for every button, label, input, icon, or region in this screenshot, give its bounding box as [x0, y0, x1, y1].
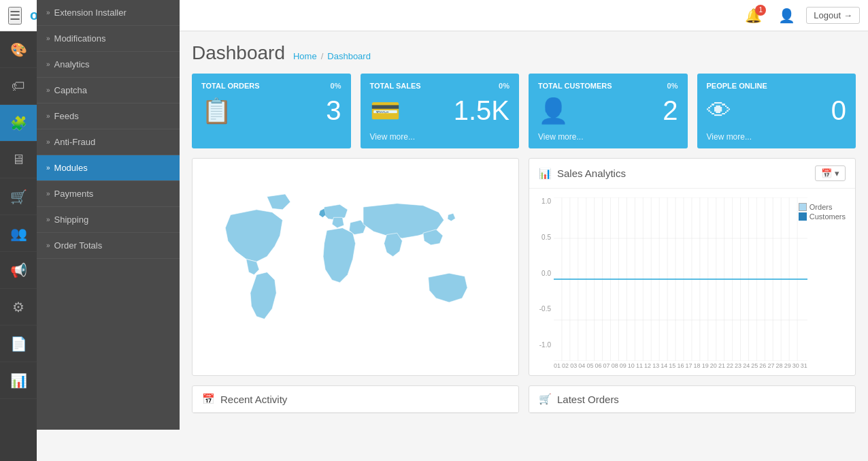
logout-button[interactable]: Logout → — [806, 7, 860, 24]
stat-card-view-more[interactable]: View more... — [538, 132, 583, 142]
x-label: 18 — [694, 362, 701, 369]
legend-customers-label: Customers — [809, 212, 846, 221]
dropdown-item-label: Modules — [54, 163, 88, 173]
sales-icon: 💳 — [370, 97, 401, 125]
sidebar-item-sales[interactable]: 🛒 — [0, 178, 37, 215]
stat-card-percent: 0% — [667, 82, 678, 90]
bottom-panels: 📅 Recent Activity 🛒 Latest Orders — [192, 385, 856, 413]
x-label: 03 — [570, 362, 577, 369]
page-title: Dashboard — [192, 42, 285, 64]
user-profile-button[interactable]: 👤 — [773, 5, 801, 27]
logout-label: Logout — [814, 10, 841, 20]
latest-orders-header: 🛒 Latest Orders — [529, 386, 855, 413]
stat-card-body: 💳 1.5K — [370, 95, 510, 126]
dropdown-item-analytics[interactable]: » Analytics — [37, 52, 180, 78]
dropdown-item-label: Analytics — [54, 59, 90, 69]
dropdown-item-label: Captcha — [54, 85, 87, 95]
dropdown-item-modifications[interactable]: » Modifications — [37, 26, 180, 52]
x-label: 06 — [595, 362, 601, 369]
x-label: 24 — [743, 362, 750, 369]
dropdown-item-shipping[interactable]: » Shipping — [37, 207, 180, 233]
stat-card-view-more[interactable]: View more... — [707, 132, 752, 142]
sidebar-item-catalog[interactable]: 🏷 — [0, 68, 37, 105]
sidebar-item-customers[interactable]: 👥 — [0, 215, 37, 252]
x-label: 19 — [702, 362, 709, 369]
analytics-title: 📊 Sales Analytics — [539, 168, 626, 180]
y-axis-labels: 1.0 0.5 0.0 -0.5 -1.0 — [536, 197, 554, 349]
dropdown-item-label: Anti-Fraud — [54, 137, 96, 147]
x-label: 13 — [652, 362, 659, 369]
sidebar-item-design[interactable]: 🖥 — [0, 142, 37, 178]
svg-rect-0 — [199, 184, 512, 351]
sidebar-item-dashboard[interactable]: 🎨 — [0, 31, 37, 68]
dropdown-item-payments[interactable]: » Payments — [37, 181, 180, 207]
calendar-icon: 📅 — [821, 168, 832, 178]
main-content: Dashboard Home / Dashboard TOTAL ORDERS … — [180, 31, 868, 461]
dropdown-item-extension-installer[interactable]: » Extension Installer — [37, 0, 180, 26]
dropdown-item-label: Payments — [54, 189, 94, 199]
chevron-icon: » — [46, 216, 50, 223]
stat-card-body: 📋 3 — [201, 95, 341, 126]
x-label: 08 — [612, 362, 618, 369]
chevron-icon: » — [46, 112, 50, 120]
x-label: 12 — [644, 362, 651, 369]
stat-card-header: PEOPLE ONLINE — [707, 82, 847, 90]
dropdown-item-label: Feeds — [54, 111, 79, 121]
analytics-calendar-button[interactable]: 📅 ▾ — [815, 165, 846, 181]
y-label-low: -0.5 — [536, 305, 551, 313]
analytics-title-text: Sales Analytics — [557, 168, 626, 179]
sidebar-item-system[interactable]: ⚙ — [0, 289, 37, 325]
legend-orders: Orders — [799, 203, 846, 211]
stat-card-value: 3 — [326, 95, 341, 126]
chevron-icon: » — [46, 35, 50, 42]
dropdown-item-modules[interactable]: » Modules — [37, 155, 180, 181]
dropdown-item-label: Extension Installer — [54, 7, 127, 18]
analytics-header: 📊 Sales Analytics 📅 ▾ — [529, 159, 855, 189]
dropdown-item-anti-fraud[interactable]: » Anti-Fraud — [37, 129, 180, 155]
stat-card-total-customers: TOTAL CUSTOMERS 0% 👤 2 View more... — [529, 74, 688, 148]
stat-card-people-online: PEOPLE ONLINE 👁 0 View more... — [697, 74, 856, 148]
customers-icon: 👤 — [538, 97, 569, 125]
stat-card-view-more[interactable]: View more... — [370, 132, 415, 142]
stat-card-label: TOTAL CUSTOMERS — [538, 82, 612, 90]
notification-button[interactable]: 🔔 1 — [739, 5, 767, 27]
x-label: 22 — [727, 362, 733, 369]
stat-card-label: TOTAL ORDERS — [201, 82, 260, 90]
dropdown-item-order-totals[interactable]: » Order Totals — [37, 233, 180, 259]
dropdown-item-captcha[interactable]: » Captcha — [37, 78, 180, 104]
x-axis-labels: 01 02 03 04 05 06 07 08 09 10 11 12 13 1… — [536, 362, 848, 369]
dropdown-item-label: Order Totals — [54, 240, 103, 251]
chevron-icon: » — [46, 61, 50, 68]
header-right: 🔔 1 👤 Logout → — [739, 5, 860, 27]
legend-customers-box — [799, 212, 807, 221]
stat-card-percent: 0% — [499, 82, 510, 90]
stat-card-percent: 0% — [331, 82, 341, 90]
x-label: 05 — [586, 362, 593, 369]
stat-card-label: TOTAL SALES — [370, 82, 421, 90]
sidebar-item-reports[interactable]: 📄 — [0, 325, 37, 362]
breadcrumb-separator: / — [321, 51, 324, 61]
legend-customers: Customers — [799, 212, 846, 221]
x-label: 01 — [554, 362, 561, 369]
stat-card-value: 1.5K — [454, 95, 510, 126]
recent-activity-panel: 📅 Recent Activity — [192, 385, 519, 413]
y-label-top: 1.0 — [536, 197, 551, 205]
x-label: 27 — [767, 362, 774, 369]
chevron-icon: » — [46, 138, 50, 146]
latest-orders-title: Latest Orders — [557, 394, 619, 405]
chevron-icon: » — [46, 242, 50, 249]
sidebar-item-analytics[interactable]: 📊 — [0, 362, 37, 399]
chevron-icon: » — [46, 164, 50, 172]
breadcrumb-home[interactable]: Home — [293, 51, 317, 61]
y-label-high: 0.5 — [536, 234, 551, 241]
x-label: 14 — [661, 362, 667, 369]
recent-activity-title: Recent Activity — [220, 394, 287, 405]
sidebar-item-marketing[interactable]: 📢 — [0, 252, 37, 289]
dropdown-item-label: Modifications — [54, 33, 106, 44]
world-map-card — [192, 158, 519, 376]
dropdown-item-feeds[interactable]: » Feeds — [37, 104, 180, 129]
hamburger-button[interactable]: ☰ — [8, 7, 22, 25]
x-label: 15 — [669, 362, 675, 369]
sidebar-item-extensions[interactable]: 🧩 — [0, 105, 37, 142]
recent-activity-header: 📅 Recent Activity — [193, 386, 518, 413]
